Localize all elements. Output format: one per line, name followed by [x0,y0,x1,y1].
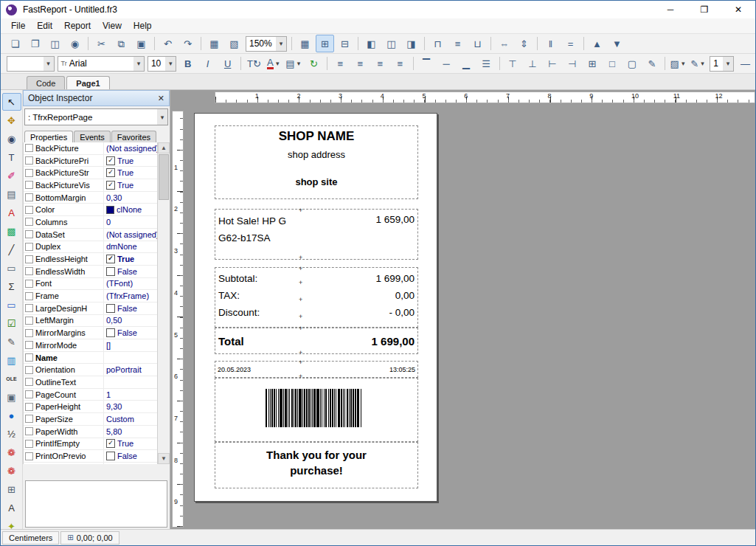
send-to-back-button[interactable]: ▼ [608,35,626,52]
tab-page1[interactable]: Page1 [66,76,109,89]
property-value[interactable]: ✓True [104,181,158,190]
frame-none-button[interactable]: ▢ [623,55,641,72]
property-row[interactable]: PaperHeight9,30 [24,401,158,413]
minimize-button[interactable]: ─ [653,1,687,18]
favorite-checkbox[interactable] [25,144,33,152]
property-row[interactable]: ResetPageNuFalse [24,463,158,464]
highlight-button[interactable]: ▤▾ [285,55,303,72]
inspector-close-icon[interactable]: ✕ [158,94,164,103]
property-row[interactable]: Columns0 [24,216,158,229]
scrollbar-thumb[interactable] [159,154,169,200]
favorite-checkbox[interactable] [25,280,33,288]
align-bottom-button[interactable]: ▁ [457,55,476,72]
sum-object-button[interactable]: Σ [2,277,21,295]
text-cursor-tool[interactable]: T [2,148,21,166]
property-row[interactable]: MirrorMarginsFalse [24,327,158,339]
frame-left-button[interactable]: ⊢ [543,55,561,72]
line-spacing-button[interactable]: ☰ [477,55,496,72]
object-selector-combo[interactable]: : TfrxReportPage ▾ [24,108,168,125]
bold-button[interactable]: B [178,55,197,72]
favorite-checkbox[interactable] [25,415,33,423]
frame-top-button[interactable]: ⊤ [503,55,521,72]
italic-button[interactable]: I [198,55,217,72]
property-value[interactable]: (TFont) [104,279,158,288]
favorite-checkbox[interactable] [25,329,33,337]
favorite-checkbox[interactable] [25,193,33,201]
align-lefts-button[interactable]: ◧ [362,35,381,52]
property-row[interactable]: EndlessHeight✓True [24,253,158,266]
menu-item-file[interactable]: File [5,19,31,32]
favorite-checkbox[interactable] [25,353,33,362]
footer-band[interactable]: Thank you for your purchase! [215,442,418,488]
favorite-checkbox[interactable] [25,206,33,214]
favorite-checkbox[interactable] [25,267,33,275]
text-rotation-button[interactable]: T↻ [245,55,263,72]
frame-right-button[interactable]: ⊣ [563,55,581,72]
frame-outside-button[interactable]: □ [603,55,621,72]
favorite-checkbox[interactable] [25,169,33,177]
space-horizontally-button[interactable]: ‖ [541,35,560,52]
align-rights-button[interactable]: ◨ [402,35,420,52]
frame-edit-button[interactable]: ✎ [642,55,661,72]
value-checkbox-icon[interactable] [106,452,115,460]
property-row[interactable]: Frame(TfrxFrame) [24,290,158,303]
data-band[interactable]: Hot Sale! HP G G62-b17SA 1 659,00 [215,209,418,260]
item-name-text[interactable]: Hot Sale! HP G G62-b17SA [218,212,336,246]
shop-site-text[interactable]: shop site [215,176,417,187]
total-row[interactable]: Total 1 699,00 [218,328,415,353]
favorite-checkbox[interactable] [25,230,33,238]
gauge-object-button[interactable]: ❁ [2,462,21,480]
datetime-row[interactable]: 20.05.2023 13:05:25 [218,362,415,377]
chart-object-button[interactable]: ▥ [2,351,21,369]
property-row[interactable]: MirrorMode[] [24,339,158,352]
font-size-combo[interactable]: 10▾ [148,56,176,72]
same-height-button[interactable]: ⇕ [515,35,533,52]
property-row[interactable]: OutlineText [24,376,158,389]
property-value[interactable]: poPortrait [104,365,158,374]
ungroup-button[interactable]: ▧ [225,35,243,52]
property-value[interactable]: False [104,304,158,313]
show-grid-button[interactable]: ▦ [296,35,314,52]
fill-color-button[interactable]: ▨▾ [669,55,687,72]
align-centers-button[interactable]: ◫ [382,35,400,52]
property-value[interactable]: (Not assigned) [104,144,158,153]
text-object-button[interactable]: A [2,204,21,221]
property-value[interactable]: 5,80 [104,427,158,436]
frame-bottom-button[interactable]: ⊥ [523,55,541,72]
close-button[interactable]: ✕ [721,1,755,18]
table-object-button[interactable]: ⊞ [2,480,21,498]
value-checkbox-icon[interactable] [106,304,115,313]
property-grid-scrollbar[interactable]: ▲ ▼ [157,142,170,464]
property-row[interactable]: BackPicturePri✓True [24,155,158,167]
redo-button[interactable]: ↷ [178,35,197,52]
preview-button[interactable]: ◉ [66,35,84,52]
value-checkbox-icon[interactable] [106,328,115,337]
scroll-down-icon[interactable]: ▼ [158,453,170,464]
paste-button[interactable]: ▣ [132,35,150,52]
line-color-button[interactable]: ✎▾ [689,55,707,72]
value-checkbox-icon[interactable]: ✓ [106,181,115,190]
tab-events[interactable]: Events [74,131,111,142]
ole-object-button[interactable]: OLE [2,370,21,387]
scroll-up-icon[interactable]: ▲ [158,142,170,153]
value-checkbox-icon[interactable]: ✓ [106,168,115,177]
tab-code[interactable]: Code [27,76,65,89]
undo-button[interactable]: ↶ [159,35,177,52]
value-checkbox-icon[interactable] [106,267,115,276]
property-value[interactable]: ✓True [104,439,158,448]
total-band[interactable]: Total 1 699,00 [215,328,418,354]
property-row[interactable]: BackPictureStr✓True [24,167,158,179]
favorite-checkbox[interactable] [25,378,33,386]
property-row[interactable]: OrientationpoPortrait [24,364,158,376]
menu-item-edit[interactable]: Edit [31,19,58,32]
font-color-button[interactable]: A▾ [265,55,283,72]
same-width-button[interactable]: ⇔ [495,35,513,52]
copy-button[interactable]: ⧉ [112,35,131,52]
property-value[interactable]: ✓True [104,168,158,177]
property-row[interactable]: BottomMargin0,30 [24,192,158,204]
tab-favorites[interactable]: Favorites [111,131,156,142]
picture-object-button[interactable]: ▩ [2,222,21,240]
zoom-combo[interactable]: 150%▾ [246,36,287,52]
shop-address-text[interactable]: shop address [215,149,417,160]
align-right-button[interactable]: ≡ [371,55,389,72]
